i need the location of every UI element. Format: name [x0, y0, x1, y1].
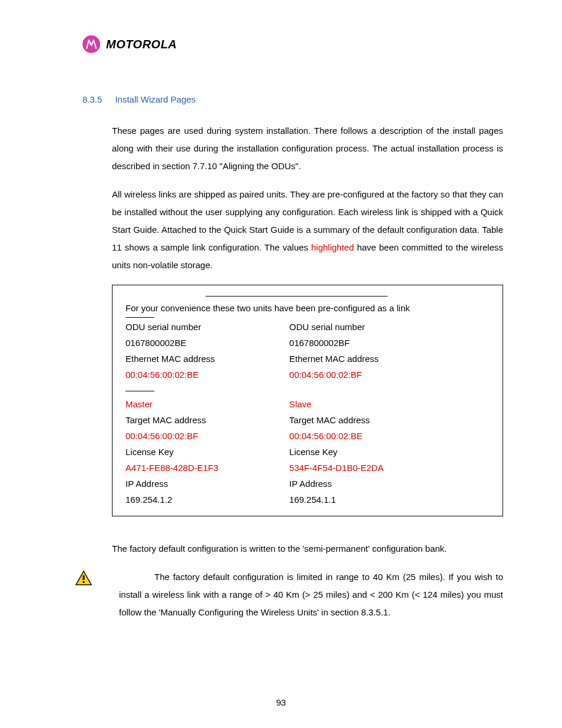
right-mac-val: 00:04:56:00:02:BF — [289, 367, 490, 383]
right-odu-label: ODU serial number — [289, 319, 490, 335]
paragraph-3: The factory default configuration is wri… — [112, 540, 503, 558]
left-lic-label: License Key — [125, 444, 289, 460]
divider-line-short — [125, 317, 154, 318]
document-page: MOTOROLA 8.3.5 Install Wizard Pages Thes… — [0, 0, 562, 728]
logo-row: MOTOROLA — [82, 35, 503, 53]
p1-text: These pages are used during system insta… — [112, 126, 503, 171]
page-number: 93 — [0, 697, 562, 707]
right-mac-label: Ethernet MAC address — [289, 351, 490, 367]
left-odu-label: ODU serial number — [125, 319, 289, 335]
left-ip-val: 169.254.1.2 — [125, 492, 289, 508]
warning-row: The factory default configuration is lim… — [75, 568, 503, 632]
section-heading: 8.3.5 Install Wizard Pages — [82, 94, 503, 104]
motorola-logo-icon — [82, 35, 100, 53]
left-target-label: Target MAC address — [125, 412, 289, 428]
left-odu-val: 0167800002BE — [125, 335, 289, 351]
left-target-val: 00:04:56:00:02:BF — [125, 428, 289, 444]
divider-line — [206, 296, 388, 297]
config-columns-2: Master Slave Target MAC address Target M… — [125, 396, 490, 508]
svg-rect-2 — [83, 581, 85, 583]
body-content: These pages are used during system insta… — [112, 122, 503, 558]
heading-title: Install Wizard Pages — [115, 94, 196, 104]
paragraph-1: These pages are used during system insta… — [112, 122, 503, 175]
config-columns: ODU serial number ODU serial number 0167… — [125, 319, 490, 383]
box-title: For your convenience these two units hav… — [125, 300, 490, 316]
left-ip-label: IP Address — [125, 476, 289, 492]
right-target-val: 00:04:56:00:02:BE — [289, 428, 490, 444]
right-role: Slave — [289, 396, 490, 412]
left-mac-val: 00:04:56:00:02:BE — [125, 367, 289, 383]
left-mac-label: Ethernet MAC address — [125, 351, 289, 367]
right-odu-val: 0167800002BF — [289, 335, 490, 351]
right-lic-label: License Key — [289, 444, 490, 460]
logo-text: MOTOROLA — [106, 38, 177, 51]
right-lic-val: 534F-4F54-D1B0-E2DA — [289, 460, 490, 476]
paragraph-2: All wireless links are shipped as paired… — [112, 186, 503, 274]
heading-number: 8.3.5 — [82, 94, 102, 104]
left-role: Master — [125, 396, 289, 412]
svg-rect-1 — [83, 575, 85, 580]
warning-text: The factory default configuration is lim… — [119, 568, 503, 621]
config-box: For your convenience these two units hav… — [112, 285, 503, 516]
warning-icon — [75, 571, 92, 588]
p2-highlight: highlighted — [311, 242, 354, 252]
right-target-label: Target MAC address — [289, 412, 490, 428]
p3-text: The factory default configuration is wri… — [112, 543, 447, 554]
right-ip-label: IP Address — [289, 476, 490, 492]
divider-line-short — [125, 391, 154, 391]
right-ip-val: 169.254.1.1 — [289, 492, 490, 508]
left-lic-val: A471-FE88-428D-E1F3 — [125, 460, 289, 476]
